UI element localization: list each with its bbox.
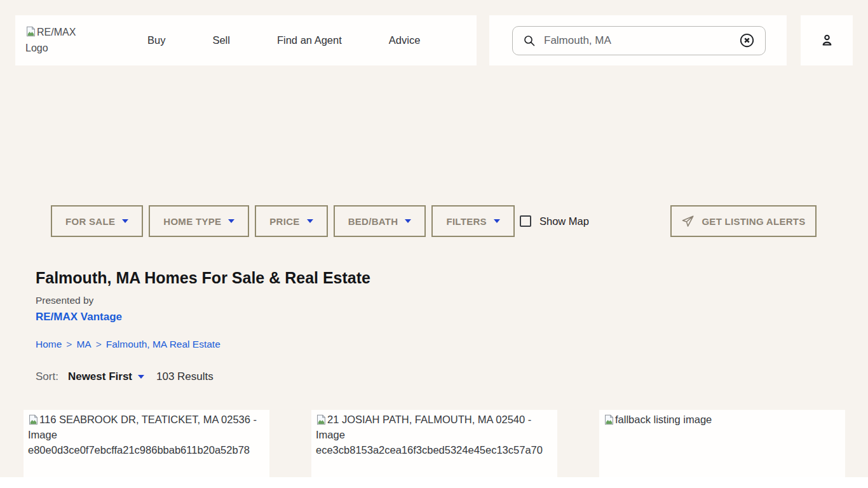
main-nav: Buy Sell Find an Agent Advice — [147, 34, 420, 46]
listing-alt-text: 21 JOSIAH PATH, FALMOUTH, MA 02540 - Ima… — [316, 414, 543, 456]
nav-buy[interactable]: Buy — [147, 34, 165, 46]
person-icon — [819, 32, 835, 48]
filters-label: FILTERS — [446, 216, 486, 227]
show-map-checkbox[interactable] — [520, 215, 531, 227]
listing-image-alt: 21 JOSIAH PATH, FALMOUTH, MA 02540 - Ima… — [311, 410, 557, 458]
sort-dropdown[interactable]: Newest First — [68, 370, 132, 383]
remax-search-results-page: RE/MAX Logo Buy Sell Find an Agent Advic… — [0, 0, 868, 488]
breadcrumb-home[interactable]: Home — [36, 339, 62, 349]
filters-button[interactable]: FILTERS — [431, 205, 514, 237]
get-listing-alerts-button[interactable]: GET LISTING ALERTS — [670, 205, 817, 237]
remax-logo-broken-image[interactable]: RE/MAX Logo — [25, 25, 83, 57]
presenter-link[interactable]: RE/MAX Vantage — [36, 311, 122, 323]
broken-image-icon — [28, 414, 39, 425]
chevron-down-icon — [405, 219, 411, 223]
nav-find-an-agent[interactable]: Find an Agent — [277, 34, 342, 46]
nav-sell[interactable]: Sell — [212, 34, 230, 46]
header-nav-panel: RE/MAX Logo Buy Sell Find an Agent Advic… — [15, 15, 477, 65]
for-sale-filter-button[interactable]: FOR SALE — [51, 205, 143, 237]
listing-card[interactable]: fallback listing image — [599, 410, 845, 477]
bottom-white-strip — [0, 477, 868, 488]
broken-image-icon — [604, 414, 614, 425]
breadcrumb-separator: > — [96, 339, 102, 349]
listing-image-alt: 116 SEABROOK DR, TEATICKET, MA 02536 - I… — [24, 410, 269, 458]
listing-alt-text: 116 SEABROOK DR, TEATICKET, MA 02536 - I… — [28, 414, 257, 456]
chevron-down-icon — [307, 219, 313, 223]
send-icon — [681, 215, 695, 228]
chevron-down-icon — [122, 219, 128, 223]
get-listing-alerts-label: GET LISTING ALERTS — [702, 216, 805, 227]
for-sale-label: FOR SALE — [65, 216, 115, 227]
price-filter-button[interactable]: PRICE — [255, 205, 327, 237]
listing-card[interactable]: 116 SEABROOK DR, TEATICKET, MA 02536 - I… — [24, 410, 269, 477]
results-count: 103 Results — [156, 370, 214, 383]
listing-alt-text: fallback listing image — [615, 414, 712, 425]
chevron-down-icon — [494, 219, 500, 223]
home-type-label: HOME TYPE — [163, 216, 221, 227]
listing-image-alt: fallback listing image — [599, 410, 845, 427]
breadcrumb-ma[interactable]: MA — [76, 339, 91, 349]
chevron-down-icon — [228, 219, 234, 223]
bed-bath-label: BED/BATH — [348, 216, 398, 227]
bed-bath-filter-button[interactable]: BED/BATH — [334, 205, 426, 237]
sort-row: Sort: Newest First 103 Results — [36, 370, 214, 383]
search-icon — [523, 34, 536, 47]
listing-card[interactable]: 21 JOSIAH PATH, FALMOUTH, MA 02540 - Ima… — [311, 410, 557, 477]
presented-by-text: Presented by — [36, 295, 93, 306]
sort-label: Sort: — [36, 370, 58, 383]
circle-x-icon — [739, 32, 755, 48]
search-value[interactable]: Falmouth, MA — [544, 34, 739, 47]
nav-advice[interactable]: Advice — [389, 34, 421, 46]
account-button[interactable] — [801, 15, 853, 65]
breadcrumb: Home>MA>Falmouth, MA Real Estate — [36, 339, 220, 350]
price-label: PRICE — [269, 216, 299, 227]
chevron-down-icon[interactable] — [138, 375, 144, 379]
breadcrumb-falmouth[interactable]: Falmouth, MA Real Estate — [106, 339, 220, 349]
show-map-toggle[interactable]: Show Map — [520, 205, 589, 237]
show-map-label: Show Map — [539, 215, 589, 227]
breadcrumb-separator: > — [66, 339, 72, 349]
location-search-input[interactable]: Falmouth, MA — [512, 26, 766, 55]
broken-image-icon — [25, 26, 36, 37]
broken-image-icon — [316, 414, 327, 425]
clear-search-button[interactable] — [739, 32, 755, 48]
header-search-panel: Falmouth, MA — [489, 15, 787, 65]
page-title: Falmouth, MA Homes For Sale & Real Estat… — [36, 269, 370, 287]
home-type-filter-button[interactable]: HOME TYPE — [149, 205, 249, 237]
filter-bar: FOR SALE HOME TYPE PRICE BED/BATH FILTER… — [51, 205, 515, 237]
